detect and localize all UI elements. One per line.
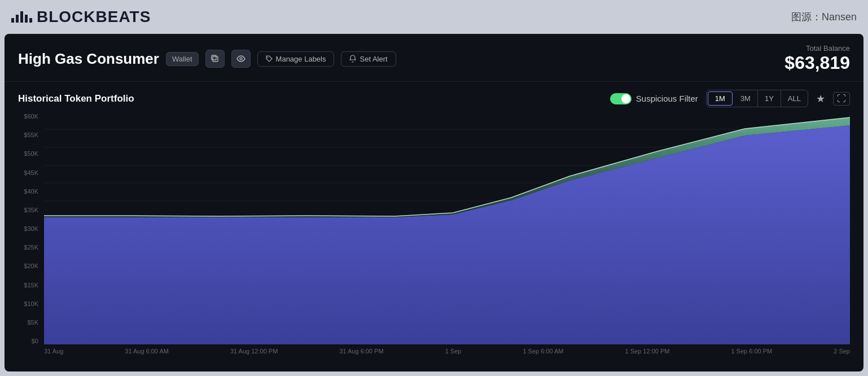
logo-bar-2 <box>16 15 19 23</box>
y-label-35k: $35K <box>5 207 38 213</box>
top-bar: BLOCKBEATS 图源：Nansen <box>0 0 868 34</box>
bell-icon <box>349 55 356 63</box>
suspicious-filter-label: Suspicious Filter <box>636 94 698 103</box>
svg-point-2 <box>240 58 242 60</box>
chart-area: $0 $5K $10K $15K $20K $25K $30K $35K $40… <box>5 113 863 367</box>
chart-svg <box>44 113 850 344</box>
x-label-31aug: 31 Aug <box>44 348 63 365</box>
logo-icon <box>11 11 32 23</box>
blue-area <box>44 125 850 344</box>
logo: BLOCKBEATS <box>11 8 151 26</box>
svg-rect-1 <box>212 55 216 60</box>
y-label-55k: $55K <box>5 132 38 138</box>
y-label-0: $0 <box>5 338 38 344</box>
y-label-60k: $60K <box>5 113 38 120</box>
y-label-15k: $15K <box>5 282 38 288</box>
logo-bar-1 <box>11 18 14 23</box>
time-btn-1m[interactable]: 1M <box>708 91 733 106</box>
x-label-1sep-6am: 1 Sep 6:00 AM <box>523 348 563 365</box>
time-range-selector: 1M 3M 1Y ALL <box>706 90 808 107</box>
page-title: High Gas Consumer <box>18 50 159 68</box>
copy-icon <box>211 55 219 63</box>
x-label-1sep-6pm: 1 Sep 6:00 PM <box>731 348 772 365</box>
y-label-25k: $25K <box>5 244 38 251</box>
manage-labels-button[interactable]: Manage Labels <box>257 51 335 67</box>
y-label-50k: $50K <box>5 150 38 157</box>
main-card: High Gas Consumer Wallet <box>5 34 863 371</box>
y-label-20k: $20K <box>5 263 38 269</box>
chart-title: Historical Token Portfolio <box>18 93 134 104</box>
logo-text: BLOCKBEATS <box>37 8 151 26</box>
y-label-30k: $30K <box>5 225 38 232</box>
y-label-5k: $5K <box>5 319 38 326</box>
eye-icon <box>236 55 246 62</box>
logo-bar-4 <box>25 15 28 23</box>
x-label-2sep: 2 Sep <box>834 348 850 365</box>
x-label-1sep-12pm: 1 Sep 12:00 PM <box>625 348 670 365</box>
toggle-knob <box>621 94 630 103</box>
x-label-31aug-6am: 31 Aug 6:00 AM <box>125 348 169 365</box>
copy-icon-button[interactable] <box>205 50 225 68</box>
x-label-1sep: 1 Sep <box>445 348 462 365</box>
y-axis: $0 $5K $10K $15K $20K $25K $30K $35K $40… <box>5 113 43 344</box>
svg-point-3 <box>267 57 268 58</box>
logo-bar-3 <box>20 11 23 23</box>
label-icon <box>266 55 273 62</box>
y-label-40k: $40K <box>5 188 38 195</box>
eye-icon-button[interactable] <box>231 50 251 68</box>
svg-rect-0 <box>213 56 218 62</box>
suspicious-filter: Suspicious Filter <box>610 93 698 104</box>
logo-bar-5 <box>29 18 32 23</box>
expand-button[interactable]: ⛶ <box>833 92 850 106</box>
x-axis: 31 Aug 31 Aug 6:00 AM 31 Aug 12:00 PM 31… <box>44 344 850 365</box>
wallet-badge-button[interactable]: Wallet <box>166 52 199 66</box>
x-label-31aug-12pm: 31 Aug 12:00 PM <box>230 348 278 365</box>
total-balance-label: Total Balance <box>784 44 850 53</box>
chart-toolbar: Historical Token Portfolio Suspicious Fi… <box>5 82 863 113</box>
total-balance-value: $63,819 <box>784 53 850 73</box>
y-label-10k: $10K <box>5 300 38 307</box>
header-left: High Gas Consumer Wallet <box>18 50 396 68</box>
time-btn-all[interactable]: ALL <box>781 90 808 107</box>
chart-svg-wrapper <box>44 113 850 344</box>
set-alert-button[interactable]: Set Alert <box>341 51 396 67</box>
header-right: Total Balance $63,819 <box>784 44 850 73</box>
x-label-31aug-6pm: 31 Aug 6:00 PM <box>339 348 383 365</box>
favorite-button[interactable]: ★ <box>816 93 825 105</box>
suspicious-filter-toggle[interactable] <box>610 93 632 104</box>
toolbar-right: Suspicious Filter 1M 3M 1Y ALL ★ ⛶ <box>610 90 850 107</box>
time-btn-1y[interactable]: 1Y <box>758 90 781 107</box>
card-header: High Gas Consumer Wallet <box>5 34 863 82</box>
source-label: 图源：Nansen <box>791 10 857 24</box>
time-btn-3m[interactable]: 3M <box>734 90 758 107</box>
y-label-45k: $45K <box>5 169 38 176</box>
